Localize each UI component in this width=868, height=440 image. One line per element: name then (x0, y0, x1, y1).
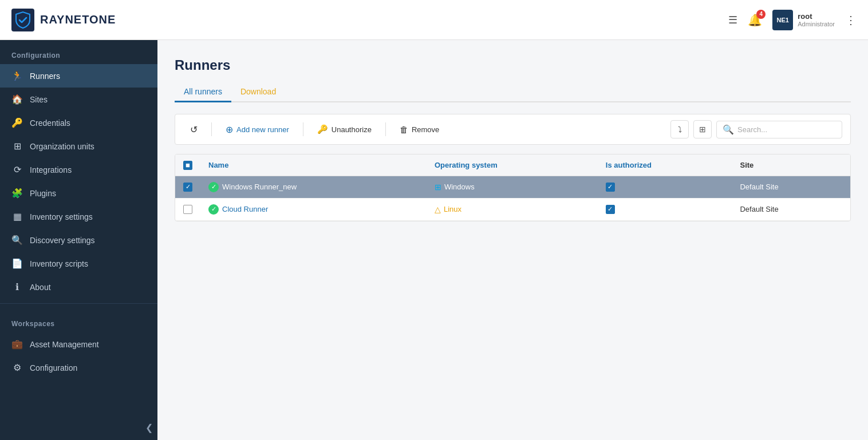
collapse-icon: ❮ (145, 422, 153, 433)
table-row: ✓Cloud Runner△Linux✓Default Site (175, 198, 850, 220)
sidebar-label-about: About (30, 283, 51, 292)
menu-icon[interactable]: ☰ (728, 14, 737, 26)
sidebar-label-org-units: Organization units (30, 142, 94, 151)
main-layout: Configuration 🏃 Runners 🏠 Sites 🔑 Creden… (0, 40, 868, 440)
table-header-row: ■ Name Operating system Is authorized Si… (175, 154, 850, 176)
add-runner-label: Add new runner (236, 125, 289, 134)
status-icon: ✓ (208, 182, 219, 192)
integrations-icon: ⟳ (11, 164, 23, 175)
sidebar-item-about[interactable]: ℹ About (0, 275, 157, 299)
sidebar-label-credentials: Credentials (30, 118, 70, 128)
about-icon: ℹ (11, 282, 23, 292)
refresh-button[interactable]: ↺ (183, 121, 204, 138)
inventory-scripts-icon: 📄 (11, 258, 23, 269)
sidebar-label-inventory-scripts: Inventory scripts (30, 259, 88, 268)
remove-label: Remove (412, 125, 439, 134)
sidebar-label-plugins: Plugins (30, 189, 56, 198)
toolbar-separator-3 (385, 122, 386, 136)
header-checkbox-cell: ■ (175, 154, 200, 176)
tab-all-runners[interactable]: All runners (175, 82, 231, 102)
more-icon[interactable]: ⋮ (845, 13, 857, 27)
remove-button[interactable]: 🗑 Remove (393, 121, 446, 138)
sidebar-item-org-units[interactable]: ⊞ Organization units (0, 134, 157, 158)
avatar: NE1 (772, 10, 793, 30)
header-name[interactable]: Name (200, 154, 427, 176)
plugins-icon: 🧩 (11, 188, 23, 199)
sidebar-label-configuration-ws: Configuration (30, 363, 77, 372)
runners-icon: 🏃 (11, 70, 23, 81)
configuration-ws-icon: ⚙ (11, 362, 23, 373)
sidebar-label-runners: Runners (30, 72, 60, 81)
sidebar-label-integrations: Integrations (30, 165, 72, 175)
header-checkbox[interactable]: ■ (183, 161, 192, 170)
logo-icon (11, 9, 34, 31)
authorized-checkbox[interactable]: ✓ (606, 205, 615, 214)
user-info: NE1 root Administrator (772, 10, 835, 30)
runner-name-link[interactable]: Cloud Runner (222, 204, 268, 213)
page-title: Runners (175, 57, 851, 73)
discovery-settings-icon: 🔍 (11, 235, 23, 245)
import-icon-btn[interactable]: ⤵ (670, 120, 689, 138)
toolbar-separator-2 (303, 122, 303, 136)
table-row: ✓✓Windows Runner_new⊞Windows✓Default Sit… (175, 176, 850, 198)
configuration-section-label: Configuration (0, 40, 157, 64)
remove-icon: 🗑 (400, 125, 408, 134)
inventory-settings-icon: ▦ (11, 211, 23, 222)
runner-name-link[interactable]: Windows Runner_new (222, 182, 297, 191)
row-checkbox[interactable] (183, 205, 192, 214)
site-cell: Default Site (732, 198, 850, 220)
header-os[interactable]: Operating system (427, 154, 598, 176)
logo: RAYNETONE (11, 9, 116, 31)
table-container: ■ Name Operating system Is authorized Si… (175, 154, 851, 221)
sidebar-item-configuration-ws[interactable]: ⚙ Configuration (0, 356, 157, 379)
sidebar-label-inventory-settings: Inventory settings (30, 212, 93, 221)
sidebar-divider (0, 303, 157, 304)
sidebar-item-credentials[interactable]: 🔑 Credentials (0, 111, 157, 134)
workspaces-section-label: Workspaces (0, 308, 157, 332)
sidebar-item-discovery-settings[interactable]: 🔍 Discovery settings (0, 228, 157, 252)
sidebar-label-asset-management: Asset Management (30, 340, 99, 349)
credentials-icon: 🔑 (11, 117, 23, 128)
toolbar: ↺ ⊕ Add new runner 🔑 Unauthorize 🗑 Remov… (175, 114, 851, 145)
user-name: root (798, 12, 835, 21)
unauthorize-button[interactable]: 🔑 Unauthorize (310, 121, 378, 138)
sidebar-item-integrations[interactable]: ⟳ Integrations (0, 158, 157, 181)
row-checkbox[interactable]: ✓ (183, 183, 192, 192)
windows-icon: ⊞ (435, 183, 441, 192)
authorized-checkbox[interactable]: ✓ (606, 183, 615, 192)
toolbar-separator-1 (211, 122, 212, 136)
sidebar-item-plugins[interactable]: 🧩 Plugins (0, 181, 157, 205)
os-label: Windows (444, 183, 475, 191)
notification-icon[interactable]: 🔔 4 (748, 13, 762, 27)
import-icon: ⤵ (678, 125, 682, 134)
content: Runners All runners Download ↺ ⊕ Add new… (157, 40, 868, 440)
sidebar: Configuration 🏃 Runners 🏠 Sites 🔑 Creden… (0, 40, 157, 440)
add-runner-button[interactable]: ⊕ Add new runner (219, 121, 296, 138)
linux-icon: △ (435, 205, 441, 214)
refresh-icon: ↺ (190, 124, 198, 135)
sidebar-item-asset-management[interactable]: 💼 Asset Management (0, 332, 157, 356)
site-cell: Default Site (732, 176, 850, 198)
header-site: Site (732, 154, 850, 176)
columns-icon: ⊞ (699, 125, 706, 134)
sidebar-item-inventory-scripts[interactable]: 📄 Inventory scripts (0, 252, 157, 275)
search-input[interactable] (737, 125, 836, 134)
sidebar-item-sites[interactable]: 🏠 Sites (0, 88, 157, 111)
table-body: ✓✓Windows Runner_new⊞Windows✓Default Sit… (175, 176, 850, 220)
unauthorize-label: Unauthorize (332, 125, 372, 134)
user-role: Administrator (798, 21, 835, 27)
sites-icon: 🏠 (11, 94, 23, 105)
sidebar-collapse[interactable]: ❮ (0, 415, 157, 440)
sidebar-item-inventory-settings[interactable]: ▦ Inventory settings (0, 205, 157, 228)
runners-table: ■ Name Operating system Is authorized Si… (175, 154, 850, 221)
os-cell: ⊞Windows (435, 183, 475, 192)
os-label: Linux (444, 205, 461, 213)
topbar-right: ☰ 🔔 4 NE1 root Administrator ⋮ (728, 10, 857, 30)
search-icon: 🔍 (723, 124, 734, 135)
columns-icon-btn[interactable]: ⊞ (693, 120, 712, 138)
tab-download[interactable]: Download (231, 82, 285, 102)
unauthorize-icon: 🔑 (317, 124, 328, 134)
user-details: root Administrator (798, 12, 835, 27)
sidebar-item-runners[interactable]: 🏃 Runners (0, 64, 157, 88)
header-authorized[interactable]: Is authorized (598, 154, 732, 176)
